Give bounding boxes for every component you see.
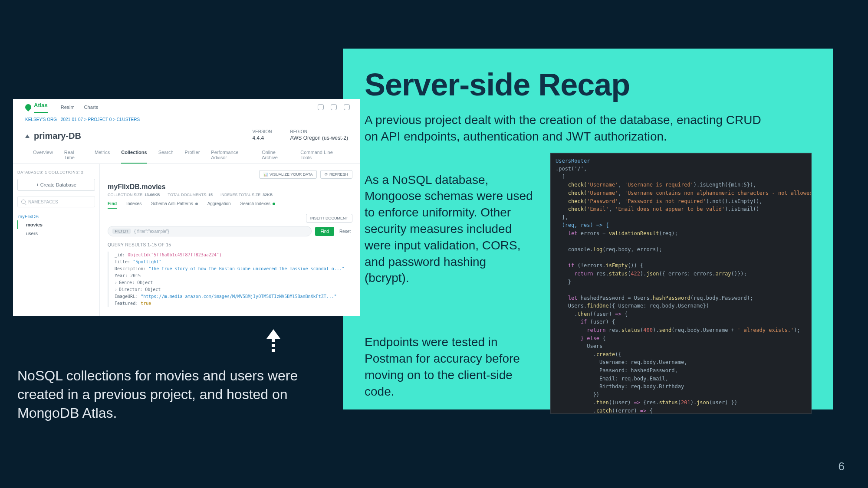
breadcrumb[interactable]: KELSEY'S ORG - 2021-01-07 > PROJECT 0 > … [13, 115, 360, 124]
subtab-searchidx[interactable]: Search Indexes [240, 201, 275, 209]
sidebar-coll-movies[interactable]: movies [17, 220, 95, 229]
document-preview[interactable]: _id: ObjectId("5ff6a0b1c49f87ff823aa224"… [108, 252, 352, 307]
help-icon[interactable] [331, 104, 337, 110]
nav-charts[interactable]: Charts [84, 105, 98, 110]
slide-title: Server-side Recap [365, 67, 812, 102]
find-button[interactable]: Find [315, 227, 334, 236]
left-caption: NoSQL collections for movies and users w… [17, 367, 317, 423]
page-number: 6 [838, 460, 845, 473]
code-screenshot: UsersRouter .post('/', [ check('Username… [550, 153, 812, 414]
create-database-button[interactable]: + Create Database [17, 179, 95, 191]
nav-atlas[interactable]: Atlas [34, 102, 48, 113]
atlas-main: 📊 VISUALIZE YOUR DATA ⟳ REFRESH myFlixDB… [100, 164, 360, 316]
collection-subtabs: Find Indexes Schema Anti-Patterns Aggreg… [108, 201, 352, 209]
subtab-aggregation[interactable]: Aggregation [207, 201, 231, 209]
collection-title: myFlixDB.movies [108, 183, 352, 191]
slide-paragraph-2: Endpoints were tested in Postman for acc… [365, 334, 533, 400]
user-icon[interactable] [318, 104, 324, 110]
tab-perfadvisor[interactable]: Performance Advisor [211, 145, 250, 164]
filter-pill: FILTER [112, 229, 131, 234]
leaf-icon [24, 103, 33, 111]
refresh-button[interactable]: ⟳ REFRESH [320, 170, 352, 179]
cluster-meta: VERSION4.4.4 REGIONAWS Oregon (us-west-2… [252, 129, 348, 141]
query-results-label: QUERY RESULTS 1-15 OF 15 [108, 242, 352, 247]
tab-metrics[interactable]: Metrics [95, 145, 110, 164]
search-icon [21, 200, 26, 204]
sidebar-coll-users[interactable]: users [17, 229, 95, 238]
sidebar-db-myflixdb[interactable]: myFlixDB [17, 213, 95, 220]
subtab-indexes[interactable]: Indexes [126, 201, 141, 209]
tab-collections[interactable]: Collections [121, 145, 147, 164]
slide-paragraph-1: As a NoSQL database, Mongoose schemas we… [365, 172, 533, 287]
tab-realtime[interactable]: Real Time [64, 145, 83, 164]
atlas-sidebar: DATABASES: 1 COLLECTIONS: 2 + Create Dat… [13, 164, 100, 316]
tab-onlinearchive[interactable]: Online Archive [262, 145, 289, 164]
tab-search[interactable]: Search [158, 145, 174, 164]
atlas-logo[interactable]: Atlas [25, 102, 48, 113]
tab-cli[interactable]: Command Line Tools [300, 145, 340, 164]
cluster-tabs: Overview Real Time Metrics Collections S… [13, 145, 360, 164]
subtab-schema[interactable]: Schema Anti-Patterns [151, 201, 198, 209]
tab-profiler[interactable]: Profiler [185, 145, 200, 164]
upload-arrow-icon [265, 329, 282, 355]
slide-body-text: As a NoSQL database, Mongoose schemas we… [365, 153, 533, 400]
insert-document-button[interactable]: INSERT DOCUMENT [306, 214, 352, 223]
mongodb-atlas-screenshot: Atlas Realm Charts KELSEY'S ORG - 2021-0… [13, 99, 360, 316]
filter-input[interactable]: FILTER {"filter":"example"} [108, 226, 312, 236]
namespaces-search[interactable]: NAMESPACES [17, 196, 95, 207]
db-counts: DATABASES: 1 COLLECTIONS: 2 [17, 170, 95, 174]
tab-overview[interactable]: Overview [33, 145, 53, 164]
reset-button[interactable]: Reset [338, 227, 352, 236]
bell-icon[interactable] [344, 104, 350, 110]
atlas-top-nav: Atlas Realm Charts [13, 99, 360, 115]
nav-realm[interactable]: Realm [61, 105, 75, 110]
visualize-button[interactable]: 📊 VISUALIZE YOUR DATA [259, 170, 317, 179]
subtab-find[interactable]: Find [108, 201, 117, 209]
slide-subtitle: A previous project dealt with the creati… [365, 112, 773, 145]
triangle-icon [25, 134, 30, 138]
cluster-title[interactable]: primary-DB [25, 131, 81, 141]
collection-stats: COLLECTION SIZE: 13.66KB TOTAL DOCUMENTS… [108, 193, 352, 197]
right-panel: Server-side Recap A previous project dea… [343, 49, 833, 409]
